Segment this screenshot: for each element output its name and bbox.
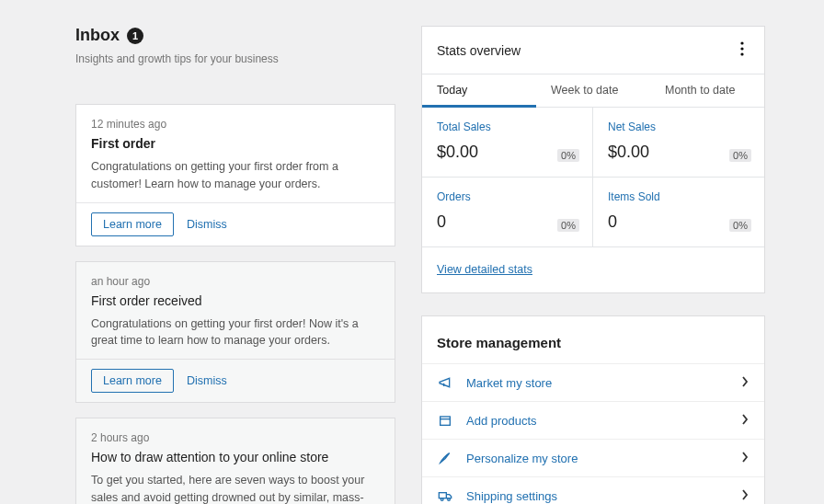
stat-value: 0 [608,212,750,232]
inbox-card-title: First order received [91,293,380,308]
inbox-list: 12 minutes ago First order Congratulatio… [75,104,395,504]
inbox-header: Inbox 1 Insights and growth tips for you… [75,26,395,65]
brush-icon [437,451,453,465]
inbox-card-title: How to draw attention to your online sto… [91,450,380,464]
stat-value: $0.00 [608,143,750,162]
stat-total-sales[interactable]: Total Sales $0.00 0% [422,108,593,178]
stat-orders[interactable]: Orders 0 0% [422,178,593,247]
stat-net-sales[interactable]: Net Sales $0.00 0% [593,108,764,178]
svg-rect-3 [441,417,451,425]
tab-month[interactable]: Month to date [650,74,764,107]
stat-delta: 0% [729,219,751,232]
stats-title: Stats overview [437,43,521,58]
inbox-badge: 1 [127,28,143,44]
stat-label: Total Sales [437,120,578,133]
dismiss-link[interactable]: Dismiss [187,218,227,231]
mgmt-item-personalize[interactable]: Personalize my store [422,439,764,476]
kebab-menu-icon[interactable] [735,40,750,61]
stat-label: Items Sold [608,190,750,203]
dismiss-link[interactable]: Dismiss [187,374,227,387]
store-management-title: Store management [422,316,764,363]
svg-point-5 [441,498,443,501]
mgmt-item-label: Market my store [466,376,727,390]
inbox-card-title: First order [91,136,380,151]
svg-rect-4 [439,493,446,498]
inbox-title: Inbox 1 [75,26,143,45]
learn-more-button[interactable]: Learn more [91,369,174,393]
megaphone-icon [437,375,453,390]
stats-grid: Total Sales $0.00 0% Net Sales $0.00 0% … [422,108,764,247]
mgmt-item-label: Shipping settings [466,489,727,503]
stat-label: Net Sales [608,120,750,133]
view-detailed-stats-link[interactable]: View detailed stats [437,263,532,276]
svg-point-2 [740,52,743,55]
inbox-card: 12 minutes ago First order Congratulatio… [75,104,395,246]
tab-today[interactable]: Today [422,74,536,107]
chevron-right-icon [740,452,750,465]
mgmt-item-add-products[interactable]: Add products [422,401,764,439]
inbox-column: Inbox 1 Insights and growth tips for you… [75,26,395,504]
stat-delta: 0% [557,219,579,232]
svg-point-6 [448,498,451,501]
inbox-title-text: Inbox [75,26,120,45]
inbox-card-body: To get you started, here are seven ways … [91,472,380,504]
stat-items-sold[interactable]: Items Sold 0 0% [593,178,764,247]
inbox-subtitle: Insights and growth tips for your busine… [75,52,395,65]
stat-value: 0 [437,212,578,232]
box-icon [437,413,453,428]
chevron-right-icon [740,414,750,428]
svg-point-0 [740,41,743,44]
inbox-card-body: Congratulations on getting your first or… [91,315,380,350]
svg-point-1 [740,47,743,50]
inbox-card: 2 hours ago How to draw attention to you… [75,418,395,504]
store-management-list: Market my store Add products [422,363,764,504]
inbox-card-time: 2 hours ago [91,431,380,444]
mgmt-item-label: Add products [466,414,727,428]
inbox-card-time: 12 minutes ago [91,118,380,131]
chevron-right-icon [740,376,750,390]
stat-value: $0.00 [437,143,578,162]
inbox-card-body: Congratulations on getting your first or… [91,158,380,193]
stats-tabs: Today Week to date Month to date [422,74,764,108]
stats-panel: Stats overview Today Week to date Month … [421,26,765,293]
mgmt-item-market[interactable]: Market my store [422,363,764,401]
mgmt-item-shipping[interactable]: Shipping settings [422,476,764,504]
inbox-card: an hour ago First order received Congrat… [75,261,395,404]
chevron-right-icon [740,489,750,503]
stat-delta: 0% [729,149,751,162]
truck-icon [437,488,453,503]
stat-label: Orders [437,190,578,203]
right-column: Stats overview Today Week to date Month … [421,26,765,504]
learn-more-button[interactable]: Learn more [91,212,174,236]
tab-week[interactable]: Week to date [536,74,650,107]
stat-delta: 0% [557,149,579,162]
mgmt-item-label: Personalize my store [466,452,727,465]
inbox-card-time: an hour ago [91,275,380,288]
store-management-panel: Store management Market my store Add pr [421,315,765,504]
